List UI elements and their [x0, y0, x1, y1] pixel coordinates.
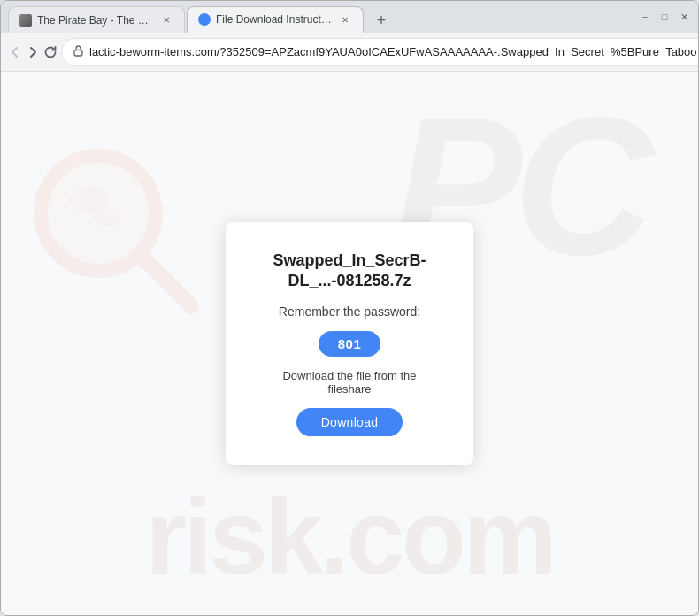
magnifying-glass-watermark [27, 142, 204, 320]
download-button[interactable]: Download [296, 408, 403, 436]
minimize-button[interactable]: − [638, 10, 652, 24]
title-bar: The Pirate Bay - The galaxy's m... ✕ Fil… [1, 1, 698, 33]
tab-title-filedownload: File Download Instructions for... [216, 13, 333, 26]
riskcom-watermark: risk.com [145, 475, 554, 597]
close-button[interactable]: ✕ [677, 10, 691, 24]
back-button[interactable] [8, 40, 22, 65]
maximize-button[interactable]: □ [657, 10, 672, 24]
tab-favicon-piratebay [19, 14, 32, 27]
window-controls: − □ ✕ [638, 10, 691, 24]
fileshare-label: Download the file from the fileshare [261, 369, 438, 396]
svg-point-8 [94, 208, 120, 227]
lock-icon [73, 45, 84, 59]
password-label: Remember the password: [279, 304, 420, 319]
new-tab-button[interactable]: + [369, 8, 394, 33]
address-bar[interactable]: lactic-beworm-items.com/?352509=APZacmf9… [61, 38, 699, 66]
page-content: PC risk.com Swapped_In_SecrB-DL_...-0812… [1, 72, 698, 615]
password-badge: 801 [319, 331, 381, 357]
nav-bar: lactic-beworm-items.com/?352509=APZacmf9… [1, 33, 698, 72]
forward-button[interactable] [26, 40, 40, 65]
tab-close-piratebay[interactable]: ✕ [159, 13, 173, 27]
browser-window: The Pirate Bay - The galaxy's m... ✕ Fil… [0, 0, 699, 616]
tab-close-filedownload[interactable]: ✕ [338, 12, 352, 27]
tab-piratebay[interactable]: The Pirate Bay - The galaxy's m... ✕ [8, 6, 185, 33]
svg-line-9 [142, 258, 191, 306]
reload-button[interactable] [43, 40, 58, 65]
file-name: Swapped_In_SecrB-DL_...-081258.7z [261, 250, 438, 292]
tab-title-piratebay: The Pirate Bay - The galaxy's m... [37, 14, 154, 27]
dialog-card: Swapped_In_SecrB-DL_...-081258.7z Rememb… [226, 222, 473, 465]
tabs-area: The Pirate Bay - The galaxy's m... ✕ Fil… [8, 1, 638, 33]
tab-favicon-filedownload [198, 13, 211, 26]
address-text: lactic-beworm-items.com/?352509=APZacmf9… [89, 45, 699, 58]
tab-filedownload[interactable]: File Download Instructions for... ✕ [187, 6, 364, 33]
svg-rect-0 [74, 50, 82, 56]
